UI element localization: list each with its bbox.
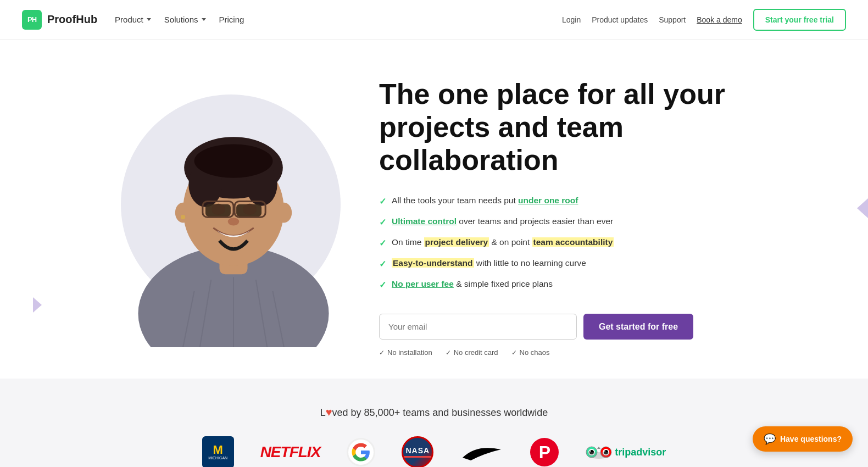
social-proof-section: L♥ved by 85,000+ teams and businesses wo… <box>0 379 868 467</box>
svg-point-15 <box>243 204 256 215</box>
nav-login[interactable]: Login <box>562 15 581 24</box>
feature-item-4: ✓ Easy-to-understand with little to no l… <box>379 257 753 271</box>
highlight-ultimate-control: Ultimate control <box>392 216 457 226</box>
chat-bubble[interactable]: 💬 Have questions? <box>753 426 853 452</box>
no-chaos-check-icon: ✓ <box>511 349 517 357</box>
no-credit-item: ✓ No credit card <box>446 348 498 357</box>
hero-person <box>115 78 352 347</box>
svg-point-6 <box>194 144 273 177</box>
nav-product[interactable]: Product <box>115 15 151 24</box>
feature-item-1: ✓ All the tools your team needs put unde… <box>379 194 753 208</box>
svg-point-22 <box>181 215 185 219</box>
chat-label: Have questions? <box>780 435 842 443</box>
no-install-item: ✓ No installation <box>379 348 432 357</box>
highlight-no-per-user-fee: No per user fee <box>392 279 454 288</box>
product-chevron-icon <box>147 18 151 21</box>
feature-item-2: ✓ Ultimate control over teams and projec… <box>379 215 753 229</box>
svg-point-30 <box>604 451 605 452</box>
nav-support[interactable]: Support <box>659 15 686 24</box>
highlight-project-delivery: project delivery <box>424 237 489 247</box>
deco-triangle-right <box>857 198 868 218</box>
no-install-check-icon: ✓ <box>379 349 385 357</box>
feature-list: ✓ All the tools your team needs put unde… <box>379 194 753 292</box>
solutions-chevron-icon <box>202 18 206 21</box>
svg-point-16 <box>228 218 239 225</box>
hero-image-container <box>115 84 346 347</box>
nav-links: Product Solutions Pricing <box>115 15 244 24</box>
highlight-easy-to-understand: Easy-to-understand <box>392 258 474 268</box>
hero-section: The one place for all your projects and … <box>0 40 868 357</box>
nav-pricing[interactable]: Pricing <box>219 15 244 24</box>
nav-solutions[interactable]: Solutions <box>164 15 206 24</box>
nav-right-links: Login Product updates Support Book a dem… <box>562 15 742 24</box>
nike-swoosh-svg <box>460 441 504 463</box>
no-chaos-item: ✓ No chaos <box>511 348 550 357</box>
google-g-svg <box>351 442 371 462</box>
hero-title: The one place for all your projects and … <box>379 78 753 176</box>
check-icon-5: ✓ <box>379 279 386 292</box>
logo-icon: PH <box>22 10 42 30</box>
hero-person-svg <box>115 78 352 347</box>
nav-product-updates[interactable]: Product updates <box>592 15 648 24</box>
chat-icon: 💬 <box>764 433 776 445</box>
email-input[interactable] <box>379 314 577 340</box>
email-row: Get started for free <box>379 314 753 340</box>
nike-logo <box>460 438 504 466</box>
tripadvisor-owl-svg <box>585 444 613 460</box>
michigan-logo: M MICHIGAN <box>202 438 234 466</box>
svg-point-8 <box>276 203 292 223</box>
check-icon-4: ✓ <box>379 258 386 271</box>
tripadvisor-logo: tripadvisor <box>585 438 666 466</box>
no-hassle-row: ✓ No installation ✓ No credit card ✓ No … <box>379 348 753 357</box>
svg-point-14 <box>212 204 225 215</box>
feature-item-5: ✓ No per user fee & simple fixed price p… <box>379 277 753 292</box>
highlight-under-one-roof: under one roof <box>518 196 578 205</box>
nav-left: PH ProofHub Product Solutions Pricing <box>22 10 244 30</box>
logos-row: M MICHIGAN NETFLIX NASA <box>22 438 846 466</box>
get-started-button[interactable]: Get started for free <box>583 314 693 340</box>
pinterest-logo: P <box>530 438 559 466</box>
loved-text: L♥ved by 85,000+ teams and businesses wo… <box>22 406 846 419</box>
start-trial-button[interactable]: Start your free trial <box>753 9 846 31</box>
nav-right: Login Product updates Support Book a dem… <box>562 9 846 31</box>
logo[interactable]: PH ProofHub <box>22 10 97 30</box>
heart-icon: ♥ <box>326 406 332 418</box>
check-icon-2: ✓ <box>379 216 386 229</box>
check-icon-1: ✓ <box>379 195 386 208</box>
hero-content: The one place for all your projects and … <box>379 73 753 357</box>
navbar: PH ProofHub Product Solutions Pricing Lo… <box>0 0 868 40</box>
logo-name: ProofHub <box>47 13 97 26</box>
google-logo <box>347 438 375 466</box>
svg-point-7 <box>175 203 191 223</box>
feature-item-3: ✓ On time project delivery & on point te… <box>379 236 753 250</box>
nasa-logo: NASA <box>402 438 433 466</box>
no-credit-check-icon: ✓ <box>446 349 451 357</box>
deco-triangle-left <box>33 297 42 313</box>
nav-book-demo[interactable]: Book a demo <box>697 15 742 24</box>
highlight-team-accountability: team accountability <box>532 237 614 247</box>
svg-point-26 <box>590 451 591 452</box>
netflix-logo: NETFLIX <box>260 438 321 466</box>
check-icon-3: ✓ <box>379 237 386 250</box>
